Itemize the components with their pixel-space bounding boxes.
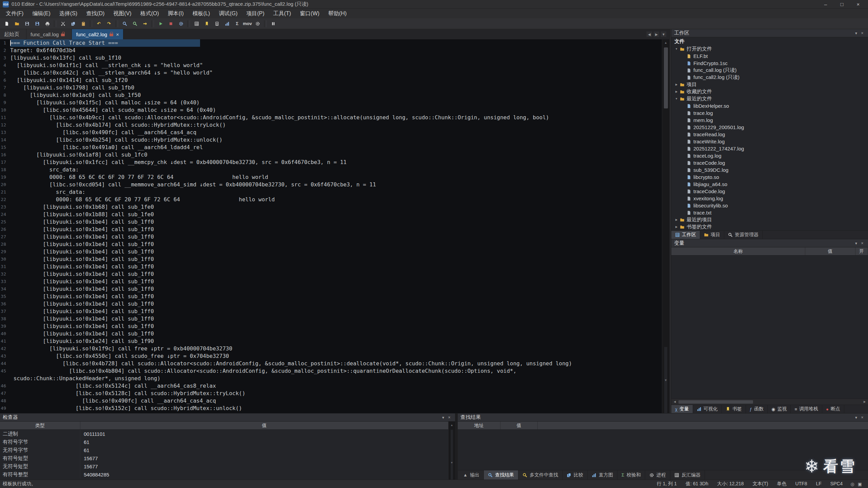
tab-variables[interactable]: χ 变量 (671, 405, 693, 413)
editor-line[interactable]: 22 0000: 68 65 6C 6C 6F 20 77 6F 72 6C 6… (0, 196, 662, 203)
editor-line[interactable]: 11 [libc.so!0x4b9cc] call scudo::Allocat… (0, 114, 662, 121)
expand-arrow-icon[interactable]: ▶ (674, 83, 679, 86)
tab-output[interactable]: ▲ 输出 (459, 470, 484, 480)
bookmark-icon[interactable] (202, 19, 211, 28)
tab-close-button[interactable]: × (116, 32, 119, 37)
scroll-right-icon[interactable]: ▶ (862, 400, 867, 403)
tab-scroll-right-icon[interactable]: ▶ (653, 31, 659, 37)
editor-line[interactable]: 4 [libyuuki.so!0x1f1c] call __strlen_chk… (0, 62, 662, 69)
editor-line[interactable]: 33 [libyuuki.so!0x1be4] call sub_1ff0 (0, 278, 662, 285)
undo-icon[interactable]: ↶ (94, 19, 103, 28)
editor-line[interactable]: 32 [libyuuki.so!0x1be4] call sub_1ff0 (0, 270, 662, 278)
tree-item[interactable]: ▼ 最近的文件 (671, 95, 868, 102)
inspector-row[interactable]: 有符号短型 15677 (0, 454, 448, 462)
editor-line[interactable]: 6 [libyuuki.so!0x1414] call sub_1f20 (0, 77, 662, 84)
tree-item[interactable]: ▶ 书签的文件 (671, 223, 868, 230)
tab-explorer[interactable]: 资源管理器 (724, 231, 763, 239)
tree-item[interactable]: libcrypto.so (671, 174, 868, 181)
scrollbar-thumb[interactable] (678, 400, 753, 404)
panel-menu-icon[interactable]: ▾ (853, 415, 859, 420)
tree-item[interactable]: ▶ 收藏的文件 (671, 88, 868, 95)
tab-visualize[interactable]: 可视化 (693, 405, 722, 413)
print-icon[interactable] (43, 19, 52, 28)
panel-close-icon[interactable]: × (859, 415, 865, 420)
menu-debug[interactable]: 调试(G) (214, 9, 242, 18)
expand-arrow-icon[interactable]: ▶ (674, 90, 679, 93)
column-header-value[interactable]: 值 (805, 247, 855, 255)
editor-line[interactable]: 24 [libyuuki.so!0x1b88] call sub_1fe0 (0, 211, 662, 218)
histogram-icon[interactable] (222, 19, 232, 28)
tab-histogram[interactable]: 直方图 (588, 470, 617, 480)
tree-item[interactable]: sub_539DC.log (671, 166, 868, 174)
copy-icon[interactable] (68, 19, 78, 28)
inspector-scrollbar[interactable]: ▲ ▼ (448, 422, 455, 480)
find-icon[interactable] (120, 19, 129, 28)
editor-line[interactable]: 26 [libyuuki.so!0x1be4] call sub_1ff0 (0, 226, 662, 233)
menu-file[interactable]: 文件(F) (1, 9, 28, 18)
tree-item[interactable]: mem.log (671, 117, 868, 124)
text-editor[interactable]: 1 === Function Call Trace Start === 2 Ta… (0, 39, 662, 413)
tree-item[interactable]: trace.log (671, 109, 868, 117)
inspector-row[interactable]: 无符号字节 61 (0, 446, 448, 454)
editor-line[interactable]: 17 [libyuuki.so!0x1fcc] call __memcpy_ch… (0, 159, 662, 166)
mov-register-icon[interactable]: mov (243, 19, 252, 28)
bottom-panel-splitter[interactable] (455, 413, 458, 480)
scroll-up-icon[interactable]: ▲ (664, 39, 667, 46)
tree-item[interactable]: trace.txt (671, 209, 868, 216)
editor-line[interactable]: scudo::Chunk::UnpackedHeader*, unsigned … (0, 375, 662, 382)
editor-line[interactable]: 13 [libc.so!0x490fc] call __aarch64_cas4… (0, 129, 662, 136)
paste-icon[interactable] (79, 19, 88, 28)
editor-scrollbar[interactable]: ▲ ▼ (662, 39, 669, 413)
scroll-left-icon[interactable]: ◀ (672, 400, 677, 403)
editor-line[interactable]: 30 [libyuuki.so!0x1be4] call sub_1ff0 (0, 256, 662, 263)
menu-format[interactable]: 格式(O) (136, 9, 163, 18)
tab-processes[interactable]: 进程 (645, 470, 670, 480)
menu-scripts[interactable]: 脚本(I) (163, 9, 188, 18)
inspector-row[interactable]: 无符号短型 15677 (0, 462, 448, 470)
tab-callstack[interactable]: ≡ 调用堆栈 (791, 405, 822, 413)
tab-find-results[interactable]: 查找结果 (484, 470, 518, 480)
panel-menu-icon[interactable]: ▾ (853, 31, 859, 36)
tree-item[interactable]: 20251229_200501.log (671, 124, 868, 131)
editor-line[interactable]: 14 [libc.so!0x4b254] call scudo::HybridM… (0, 136, 662, 144)
editor-line[interactable]: 10 [libc.so!0x45644] call scudo_malloc ↓… (0, 106, 662, 114)
panel-menu-icon[interactable]: ▾ (853, 241, 859, 246)
editor-line[interactable]: 31 [libyuuki.so!0x1be4] call sub_1ff0 (0, 263, 662, 270)
save-all-icon[interactable] (33, 19, 42, 28)
find-next-icon[interactable] (130, 19, 139, 28)
tab-project[interactable]: 项目 (700, 231, 724, 239)
tab-func-call2-log[interactable]: func_call2.log × (72, 29, 123, 39)
tree-item[interactable]: ▼ 打开的文件 (671, 45, 868, 53)
menu-project[interactable]: 项目(P) (242, 9, 269, 18)
column-header-type[interactable]: 类型 (0, 422, 80, 429)
redo-icon[interactable]: ↷ (104, 19, 114, 28)
editor-line[interactable]: 40 [libyuuki.so!0x1be4] call sub_1ff0 (0, 330, 662, 338)
tree-item[interactable]: ▶ 最近的项目 (671, 216, 868, 223)
expand-arrow-icon[interactable]: ▼ (674, 47, 679, 50)
menu-help[interactable]: 帮助(H) (324, 9, 351, 18)
tree-item[interactable]: traceRead.log (671, 131, 868, 138)
editor-line[interactable]: 3 [libyuuki.so!0x13fc] call sub_1f10 (0, 54, 662, 62)
editor-line[interactable]: 19 0000: 68 65 6C 6C 6F 20 77 6F 72 6C 6… (0, 174, 662, 181)
editor-line[interactable]: 15 [libc.so!0x491a0] call __aarch64_ldad… (0, 144, 662, 151)
editor-line[interactable]: 21 src_data: (0, 188, 662, 196)
options-icon[interactable] (253, 19, 262, 28)
editor-line[interactable]: 2 Target: 0x6f4670d3b4 (0, 47, 662, 54)
pause-icon[interactable] (269, 19, 278, 28)
editor-line[interactable]: 28 [libyuuki.so!0x1be4] call sub_1ff0 (0, 241, 662, 248)
stop-template-icon[interactable] (166, 19, 175, 28)
tab-breakpoints[interactable]: ● 断点 (822, 405, 844, 413)
expand-arrow-icon[interactable]: ▶ (674, 218, 679, 221)
tab-functions[interactable]: ƒ 函数 (746, 405, 768, 413)
tree-item[interactable]: libDexHelper.so (671, 102, 868, 109)
editor-line[interactable]: 12 [libc.so!0x4b174] call scudo::HybridM… (0, 121, 662, 129)
tab-checksum[interactable]: Σ 校验和 (617, 470, 645, 480)
run-script-icon[interactable] (176, 19, 185, 28)
editor-line[interactable]: 34 [libyuuki.so!0x1be4] call sub_1ff0 (0, 285, 662, 293)
tree-item[interactable]: ELF.bt (671, 53, 868, 60)
tree-item[interactable]: libjiagu_a64.so (671, 181, 868, 188)
editor-line[interactable]: 25 [libyuuki.so!0x1be4] call sub_1ff0 (0, 218, 662, 226)
editor-line[interactable]: 7 [libyuuki.so!0x1798] call sub_1fb0 (0, 84, 662, 92)
tab-disassembler[interactable]: 反汇编器 (670, 470, 705, 480)
editor-line[interactable]: 29 [libyuuki.so!0x1be4] call sub_1ff0 (0, 248, 662, 256)
